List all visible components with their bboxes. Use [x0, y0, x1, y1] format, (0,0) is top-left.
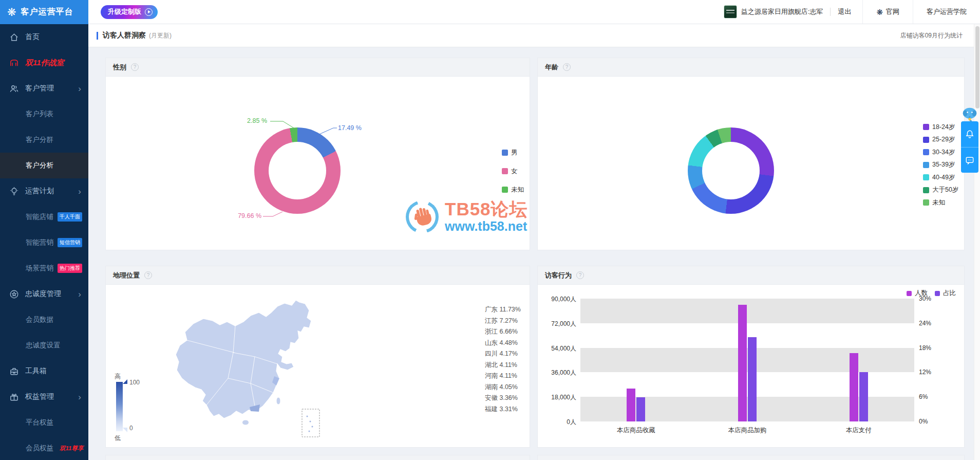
legend-label: 未知 — [511, 186, 524, 194]
sidebar-item-场景营销[interactable]: 场景营销热门推荐 — [0, 255, 88, 281]
legend-item-18-24岁[interactable]: 18-24岁 — [923, 121, 958, 134]
legend-swatch — [502, 150, 508, 156]
divider — [830, 8, 831, 16]
sidebar-item-label: 会员数据 — [26, 315, 53, 324]
app-logo: ❋ 客户运营平台 — [0, 0, 88, 24]
callout-female: 79.66 % — [233, 212, 261, 219]
help-icon[interactable]: ? — [576, 271, 584, 279]
age-panel-title: 年龄 — [545, 63, 558, 72]
sidebar-item-运营计划[interactable]: 运营计划› — [0, 178, 88, 204]
legend-item-30-34岁[interactable]: 30-34岁 — [923, 146, 958, 159]
sidebar-item-会员权益[interactable]: 会员权益双11尊享 — [0, 435, 88, 460]
left-axis-tick: 54,000人 — [538, 344, 576, 353]
academy-label: 客户运营学院 — [927, 7, 967, 16]
bar-占比-本店商品加购 — [748, 337, 757, 421]
category-label: 本店支付 — [803, 426, 914, 435]
age-panel: 年龄 ? 18-24岁25-29岁30-34岁35-39岁40-49岁大于50岁… — [537, 58, 965, 250]
sidebar-item-label: 平台权益 — [26, 418, 53, 427]
page-subtitle: (月更新) — [149, 31, 172, 40]
sidebar-item-权益管理[interactable]: 权益管理› — [0, 384, 88, 410]
bar-占比-本店商品收藏 — [636, 397, 645, 421]
bar-占比-本店支付 — [859, 372, 868, 421]
sidebar-item-首页[interactable]: 首页 — [0, 24, 88, 50]
help-icon[interactable]: ? — [144, 271, 152, 279]
legend-item-25-29岁[interactable]: 25-29岁 — [923, 134, 958, 146]
legend-item-男[interactable]: 男 — [502, 143, 524, 162]
site-logo-icon: ❋ — [876, 8, 883, 16]
chat-support-button[interactable] — [961, 147, 978, 173]
sidebar-badge: 双11尊享 — [58, 444, 85, 453]
gender-panel-title: 性别 — [113, 63, 126, 72]
sidebar-item-平台权益[interactable]: 平台权益 — [0, 410, 88, 435]
region-row-湖北: 湖北 4.11% — [485, 360, 521, 371]
chevron-right-icon: › — [78, 84, 81, 93]
region-row-福建: 福建 3.31% — [485, 404, 521, 415]
sidebar-item-label: 会员权益 — [26, 444, 53, 453]
sidebar-item-客户分析[interactable]: 客户分析 — [0, 153, 88, 178]
shop-avatar[interactable] — [724, 5, 737, 19]
region-row-广东: 广东 11.73% — [485, 304, 521, 316]
gender-chart-body: 17.49 % 2.85 % 79.66 % 男女未知 — [106, 77, 530, 250]
legend-swatch — [923, 174, 929, 180]
sidebar-badge: 短信营销 — [58, 238, 82, 247]
legend-item-未知[interactable]: 未知 — [502, 180, 524, 199]
category-label: 本店商品加购 — [692, 426, 803, 435]
official-site-label: 官网 — [886, 7, 899, 16]
help-icon[interactable]: ? — [563, 63, 571, 71]
right-axis-tick: 12% — [919, 369, 931, 376]
users-icon — [9, 84, 19, 94]
sidebar-item-双11作战室[interactable]: 双11作战室 — [0, 50, 88, 76]
sidebar-item-会员数据[interactable]: 会员数据 — [0, 307, 88, 333]
sidebar-item-label: 客户列表 — [26, 109, 53, 119]
bar-人数-本店支付 — [850, 353, 858, 421]
sidebar-badge: 热门推荐 — [58, 264, 82, 273]
region-row-安徽: 安徽 3.36% — [485, 393, 521, 404]
home-icon — [9, 32, 19, 42]
app-title: 客户运营平台 — [21, 7, 73, 17]
sidebar-item-智能营销[interactable]: 智能营销短信营销 — [0, 230, 88, 255]
legend-item-女[interactable]: 女 — [502, 162, 524, 180]
map-legend-max: 100 — [129, 379, 140, 386]
legend-item-35-39岁[interactable]: 35-39岁 — [923, 159, 958, 172]
official-site-button[interactable]: ❋ 官网 — [862, 0, 913, 24]
behavior-panel: 访客行为 ? 人数占比 0人0%18,000人6%36,000人12%54,00… — [537, 266, 965, 448]
title-accent-bar — [97, 32, 98, 40]
top-bar: 升级定制版 益之源居家日用旗舰店:志军 退出 ❋ 官网 客户运营学院 — [88, 0, 980, 24]
behavior-chart-body: 人数占比 0人0%18,000人6%36,000人12%54,000人18%72… — [538, 285, 964, 447]
gate-icon — [9, 58, 19, 68]
sidebar-item-客户管理[interactable]: 客户管理› — [0, 76, 88, 101]
star-circle-icon — [9, 289, 19, 299]
floating-assistant-widget — [960, 107, 979, 173]
region-row-湖南: 湖南 4.05% — [485, 382, 521, 393]
legend-item-40-49岁[interactable]: 40-49岁 — [923, 171, 958, 184]
scrollbar-thumb[interactable] — [975, 26, 979, 108]
help-icon[interactable]: ? — [131, 63, 139, 71]
left-axis-tick: 72,000人 — [538, 320, 576, 328]
sidebar-item-忠诚度管理[interactable]: 忠诚度管理› — [0, 281, 88, 307]
legend-label: 25-29岁 — [932, 135, 955, 144]
sidebar-item-label: 智能营销 — [26, 238, 53, 247]
sidebar-item-智能店铺[interactable]: 智能店铺千人千面 — [0, 204, 88, 230]
age-donut-chart — [688, 127, 774, 214]
sidebar-item-工具箱[interactable]: 工具箱 — [0, 358, 88, 384]
legend-item-未知[interactable]: 未知 — [923, 196, 958, 209]
region-row-山东: 山东 4.48% — [485, 338, 521, 349]
age-chart-body: 18-24岁25-29岁30-34岁35-39岁40-49岁大于50岁未知 — [538, 77, 964, 250]
upgrade-button[interactable]: 升级定制版 — [101, 5, 158, 19]
academy-button[interactable]: 客户运营学院 — [913, 0, 980, 24]
legend-item-大于50岁[interactable]: 大于50岁 — [923, 184, 958, 197]
plot-band — [580, 348, 914, 373]
left-axis-tick: 18,000人 — [538, 393, 576, 402]
sidebar-item-客户列表[interactable]: 客户列表 — [0, 101, 88, 127]
notification-bell-button[interactable] — [961, 121, 978, 147]
legend-swatch — [923, 199, 929, 206]
play-icon — [145, 8, 153, 16]
legend-label: 40-49岁 — [932, 173, 955, 182]
next-panel-right — [537, 455, 965, 460]
logout-button[interactable]: 退出 — [838, 7, 851, 16]
sidebar-item-忠诚度设置[interactable]: 忠诚度设置 — [0, 333, 88, 358]
toolbox-icon — [9, 366, 19, 376]
sidebar-badge: 千人千面 — [58, 212, 82, 222]
sidebar-item-客户分群[interactable]: 客户分群 — [0, 127, 88, 153]
plot-band — [580, 323, 914, 348]
